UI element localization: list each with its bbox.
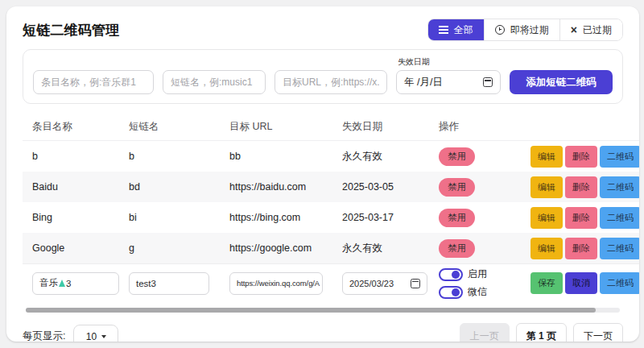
cell-target-url: https://baidu.com [229, 181, 342, 193]
cell-expiry-date: 永久有效 [342, 242, 439, 255]
filter-tab-group: 全部 即将过期 × 已过期 [427, 19, 623, 41]
calendar-icon[interactable] [483, 77, 493, 87]
col-header-name: 条目名称 [32, 120, 129, 134]
edit-target-url-input[interactable]: https://weixin.qq.com/g/A [229, 272, 323, 295]
edit-entry-name-prefix: 音乐 [39, 277, 58, 289]
delete-button[interactable]: 删除 [565, 207, 597, 229]
table-header-row: 条目名称 短链名 目标 URL 失效日期 操作 [23, 114, 639, 141]
chevron-down-icon [101, 335, 106, 338]
add-link-form: 失效日期 年 /月/日 添加短链二维码 [23, 49, 623, 104]
expiry-date-label: 失效日期 [398, 56, 501, 68]
per-page-select[interactable]: 10 [73, 325, 118, 342]
clock-icon [495, 25, 505, 35]
short-name-input[interactable] [163, 70, 266, 94]
edit-cell-slug: test3 [129, 272, 229, 295]
expiry-date-input[interactable]: 年 /月/日 [396, 70, 501, 94]
edit-short-name-input[interactable]: test3 [129, 272, 209, 295]
wechat-toggle-label: 微信 [468, 285, 487, 299]
delete-button[interactable]: 删除 [565, 238, 597, 259]
cell-expiry-date: 2025-03-05 [342, 181, 439, 193]
per-page-control: 每页显示: 10 [23, 325, 118, 342]
cancel-button[interactable]: 取消 [565, 272, 597, 294]
table-row: Baidu bd https://baidu.com 2025-03-05 禁用… [23, 172, 639, 202]
cell-entry-name: b [32, 151, 129, 162]
card-header: 短链二维码管理 全部 即将过期 × 已过期 [6, 6, 639, 41]
horizontal-scrollbar-track [26, 308, 620, 313]
entry-name-input[interactable] [33, 70, 154, 94]
row-actions: 编辑 删除 二维码 [530, 207, 639, 229]
edit-row-actions: 保存 取消 二维码 [530, 272, 639, 294]
cell-short-name: g [129, 242, 229, 254]
next-page-button[interactable]: 下一页 [573, 323, 623, 342]
filter-tab-expired[interactable]: × 已过期 [559, 19, 622, 40]
edit-entry-name-input[interactable]: 音乐3 [32, 272, 119, 295]
wechat-toggle[interactable] [439, 286, 463, 299]
row-actions: 编辑 删除 二维码 [530, 238, 639, 259]
page-title: 短链二维码管理 [23, 21, 119, 39]
col-header-ops: 操作 [439, 120, 527, 134]
delete-button[interactable]: 删除 [565, 146, 597, 168]
disable-status-badge[interactable]: 禁用 [439, 178, 475, 197]
cell-ops: 禁用 [439, 239, 527, 258]
links-table: 条目名称 短链名 目标 URL 失效日期 操作 b b bb 永久有效 禁用 编… [23, 114, 639, 302]
cell-short-name: b [129, 151, 229, 162]
edit-cell-toggles: 启用 微信 [439, 267, 527, 299]
enable-toggle[interactable] [439, 268, 463, 281]
edit-entry-name-suffix: 3 [66, 279, 71, 288]
per-page-value: 10 [86, 331, 97, 342]
cell-entry-name: Baidu [32, 181, 129, 193]
per-page-label: 每页显示: [23, 329, 65, 342]
target-url-input[interactable] [275, 70, 387, 94]
menu-icon [439, 26, 448, 34]
filter-tab-expiring-label: 即将过期 [510, 23, 549, 37]
current-page-indicator: 第 1 页 [516, 323, 567, 342]
pagination: 上一页 第 1 页 下一页 [460, 323, 623, 342]
qrcode-button[interactable]: 二维码 [600, 238, 639, 259]
cell-ops: 禁用 [439, 147, 527, 166]
expiry-date-field: 失效日期 年 /月/日 [396, 56, 501, 94]
edit-cell-date: 2025/03/23 [342, 272, 439, 295]
edit-button[interactable]: 编辑 [530, 238, 563, 259]
prev-page-button[interactable]: 上一页 [460, 323, 510, 342]
table-scroll-area: 条目名称 短链名 目标 URL 失效日期 操作 b b bb 永久有效 禁用 编… [23, 114, 639, 302]
edit-button[interactable]: 编辑 [530, 146, 563, 168]
edit-button[interactable]: 编辑 [530, 207, 563, 229]
horizontal-scrollbar-thumb[interactable] [26, 308, 596, 313]
qrcode-button[interactable]: 二维码 [600, 176, 639, 198]
cell-entry-name: Bing [32, 212, 129, 223]
qrcode-button[interactable]: 二维码 [600, 207, 639, 229]
main-card: 短链二维码管理 全部 即将过期 × 已过期 失效日期 年 /月/日 [6, 6, 639, 342]
expiry-date-placeholder: 年 /月/日 [404, 76, 443, 89]
edit-cell-name: 音乐3 [32, 272, 129, 295]
table-row: b b bb 永久有效 禁用 编辑 删除 二维码 [23, 141, 639, 172]
cell-expiry-date: 永久有效 [342, 150, 439, 164]
tree-icon [59, 280, 65, 287]
qrcode-button[interactable]: 二维码 [600, 272, 639, 294]
table-footer: 每页显示: 10 上一页 第 1 页 下一页 [23, 323, 623, 342]
filter-tab-all[interactable]: 全部 [428, 19, 484, 40]
cell-target-url: https://bing.com [229, 212, 342, 223]
filter-tab-expired-label: 已过期 [583, 23, 612, 37]
save-button[interactable]: 保存 [530, 272, 563, 294]
disable-status-badge[interactable]: 禁用 [439, 209, 475, 227]
filter-tab-expiring[interactable]: 即将过期 [484, 19, 559, 40]
disable-status-badge[interactable]: 禁用 [439, 147, 475, 166]
cell-target-url: bb [229, 151, 342, 162]
cell-ops: 禁用 [439, 178, 527, 197]
edit-button[interactable]: 编辑 [530, 176, 563, 198]
cell-target-url: https://google.com [229, 242, 342, 254]
cell-short-name: bi [129, 212, 229, 223]
col-header-expiry: 失效日期 [342, 120, 439, 134]
filter-tab-all-label: 全部 [454, 23, 473, 37]
col-header-url: 目标 URL [229, 120, 342, 134]
cell-ops: 禁用 [439, 209, 527, 227]
edit-expiry-date-input[interactable]: 2025/03/23 [342, 272, 427, 295]
add-shortlink-button[interactable]: 添加短链二维码 [510, 70, 613, 94]
delete-button[interactable]: 删除 [565, 176, 597, 198]
table-row: Google g https://google.com 永久有效 禁用 编辑 删… [23, 233, 639, 263]
calendar-icon[interactable] [411, 279, 420, 288]
cell-entry-name: Google [32, 242, 129, 254]
cell-expiry-date: 2025-03-17 [342, 212, 439, 223]
qrcode-button[interactable]: 二维码 [600, 146, 639, 168]
disable-status-badge[interactable]: 禁用 [439, 239, 475, 258]
